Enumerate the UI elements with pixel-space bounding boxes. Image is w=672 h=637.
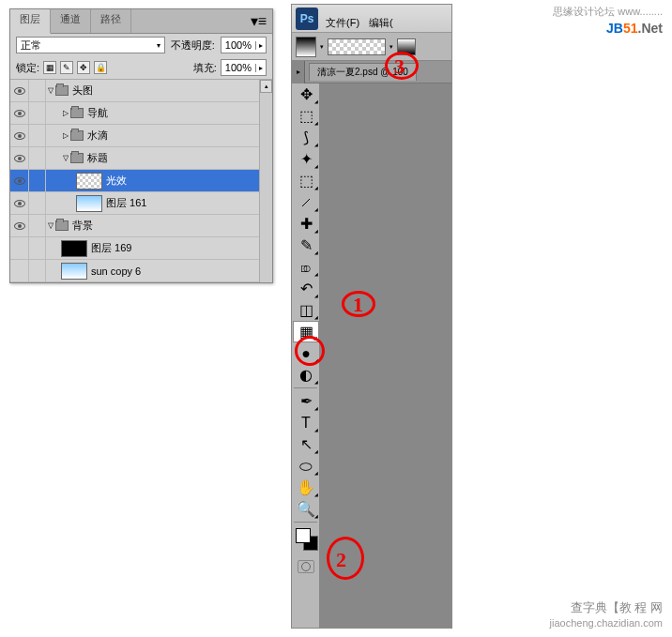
tool-heal[interactable]: ✚◢ bbox=[293, 213, 319, 235]
layer-row[interactable]: ▷导航 bbox=[10, 102, 272, 125]
disclosure-triangle-icon[interactable]: ▽ bbox=[63, 154, 69, 162]
tool-gradient[interactable]: ▦◢ bbox=[293, 321, 319, 342]
visibility-toggle[interactable] bbox=[10, 147, 29, 170]
blend-mode-select[interactable]: 正常 bbox=[16, 37, 165, 53]
tool-history[interactable]: ↶◢ bbox=[293, 278, 319, 299]
visibility-toggle[interactable] bbox=[10, 125, 29, 147]
layer-name: 水滴 bbox=[87, 129, 108, 143]
tool-type[interactable]: T◢ bbox=[293, 412, 319, 433]
eye-icon bbox=[14, 222, 25, 230]
scrollbar[interactable]: ▴ bbox=[259, 80, 272, 282]
tool-lasso[interactable]: ⟆◢ bbox=[293, 127, 319, 148]
tab-layers[interactable]: 图层 bbox=[10, 9, 51, 34]
scroll-up-icon[interactable]: ▴ bbox=[260, 80, 272, 93]
foreground-swatch[interactable] bbox=[296, 528, 311, 543]
gradient-linear-icon[interactable] bbox=[397, 38, 416, 55]
tool-pen[interactable]: ✒◢ bbox=[293, 390, 319, 412]
layer-thumbnail[interactable] bbox=[61, 240, 87, 257]
layer-row[interactable]: ▽标题 bbox=[10, 147, 272, 170]
gradient-preview[interactable] bbox=[328, 38, 386, 55]
tool-shape[interactable]: ⬭◢ bbox=[293, 455, 319, 477]
link-col[interactable] bbox=[29, 192, 46, 215]
link-col[interactable] bbox=[29, 80, 46, 102]
disclosure-triangle-icon[interactable]: ▽ bbox=[48, 86, 53, 95]
layer-thumbnail[interactable] bbox=[76, 195, 102, 212]
layer-thumbnail[interactable] bbox=[76, 173, 102, 190]
layer-name: 标题 bbox=[87, 151, 108, 165]
quick-mask-icon[interactable] bbox=[298, 560, 314, 573]
layer-name: 图层 169 bbox=[91, 241, 131, 255]
link-col[interactable] bbox=[29, 237, 46, 260]
tab-channels[interactable]: 通道 bbox=[51, 9, 91, 33]
layer-row[interactable]: sun copy 6 bbox=[10, 260, 272, 282]
collapse-icon[interactable]: ▸ bbox=[292, 61, 305, 83]
link-col[interactable] bbox=[29, 170, 46, 192]
visibility-toggle[interactable] bbox=[10, 237, 29, 260]
tool-hand[interactable]: ✋◢ bbox=[293, 477, 319, 498]
layer-name: sun copy 6 bbox=[91, 265, 141, 277]
tool-dodge[interactable]: ◐◢ bbox=[293, 364, 319, 386]
chevron-down-icon[interactable]: ▾ bbox=[320, 43, 324, 51]
document-bar: ▸ 清凉一夏2.psd @ 100 bbox=[292, 61, 451, 83]
ps-logo-icon: Ps bbox=[296, 8, 318, 30]
link-col[interactable] bbox=[29, 102, 46, 125]
tool-path[interactable]: ↖◢ bbox=[293, 433, 319, 455]
layer-row[interactable]: 图层 161 bbox=[10, 192, 272, 215]
layer-row[interactable]: 图层 169 bbox=[10, 237, 272, 260]
tool-crop[interactable]: ⬚◢ bbox=[293, 170, 319, 191]
tool-move[interactable]: ✥◢ bbox=[293, 83, 319, 105]
watermark-jb51: JB51.Net bbox=[606, 21, 663, 36]
lock-transparency-icon[interactable]: ▦ bbox=[43, 61, 56, 74]
link-col[interactable] bbox=[29, 125, 46, 147]
color-swatches[interactable] bbox=[292, 524, 319, 558]
link-col[interactable] bbox=[29, 215, 46, 237]
menu-edit[interactable]: 编辑( bbox=[369, 16, 393, 30]
visibility-toggle[interactable] bbox=[10, 102, 29, 125]
eye-icon bbox=[14, 132, 25, 140]
visibility-toggle[interactable] bbox=[10, 170, 29, 192]
tool-eraser[interactable]: ◫◢ bbox=[293, 299, 319, 321]
menu-file[interactable]: 文件(F) bbox=[326, 16, 359, 30]
visibility-toggle[interactable] bbox=[10, 215, 29, 237]
visibility-toggle[interactable] bbox=[10, 260, 29, 282]
tool-preset-icon[interactable] bbox=[296, 37, 316, 57]
eye-icon bbox=[14, 110, 25, 117]
layers-panel: 图层 通道 路径 ▾≡ 正常 不透明度: 100%▸ 锁定: ▦ ✎ ✥ 🔒 填… bbox=[9, 8, 273, 283]
tool-zoom[interactable]: 🔍◢ bbox=[293, 498, 319, 520]
document-tab[interactable]: 清凉一夏2.psd @ 100 bbox=[309, 63, 417, 81]
lock-label: 锁定: bbox=[16, 61, 39, 75]
lock-pixels-icon[interactable]: ✎ bbox=[60, 61, 73, 74]
panel-menu-icon[interactable]: ▾≡ bbox=[245, 9, 272, 33]
chevron-down-icon[interactable]: ▾ bbox=[389, 43, 393, 51]
tool-stamp[interactable]: ⎄◢ bbox=[293, 256, 319, 278]
link-col[interactable] bbox=[29, 260, 46, 282]
visibility-toggle[interactable] bbox=[10, 80, 29, 102]
lock-position-icon[interactable]: ✥ bbox=[77, 61, 90, 74]
disclosure-triangle-icon[interactable]: ▷ bbox=[63, 109, 69, 117]
layer-row[interactable]: ▽背景 bbox=[10, 215, 272, 237]
fill-input[interactable]: 100%▸ bbox=[221, 59, 267, 76]
link-col[interactable] bbox=[29, 147, 46, 170]
folder-icon bbox=[55, 220, 69, 231]
tab-paths[interactable]: 路径 bbox=[91, 9, 131, 33]
layer-thumbnail[interactable] bbox=[61, 263, 87, 280]
opacity-input[interactable]: 100%▸ bbox=[221, 37, 267, 53]
tool-brush[interactable]: ✎◢ bbox=[293, 235, 319, 256]
tool-marquee[interactable]: ⬚◢ bbox=[293, 105, 319, 127]
layer-row[interactable]: 光效 bbox=[10, 170, 272, 192]
tool-eyedropper[interactable]: ⟋◢ bbox=[293, 191, 319, 213]
canvas[interactable] bbox=[320, 83, 451, 628]
lock-all-icon[interactable]: 🔒 bbox=[94, 61, 107, 74]
tool-blur[interactable]: ●◢ bbox=[293, 342, 319, 364]
visibility-toggle[interactable] bbox=[10, 192, 29, 215]
eye-icon bbox=[14, 155, 25, 162]
eye-icon bbox=[14, 87, 25, 95]
disclosure-triangle-icon[interactable]: ▽ bbox=[48, 221, 53, 230]
fill-label: 填充: bbox=[193, 61, 217, 75]
menu-bar: Ps 文件(F) 编辑( bbox=[292, 5, 451, 33]
layer-row[interactable]: ▷水滴 bbox=[10, 125, 272, 147]
opacity-label: 不透明度: bbox=[171, 38, 215, 53]
layer-row[interactable]: ▽头图 bbox=[10, 80, 272, 102]
tool-wand[interactable]: ✦◢ bbox=[293, 148, 319, 170]
disclosure-triangle-icon[interactable]: ▷ bbox=[63, 131, 69, 140]
